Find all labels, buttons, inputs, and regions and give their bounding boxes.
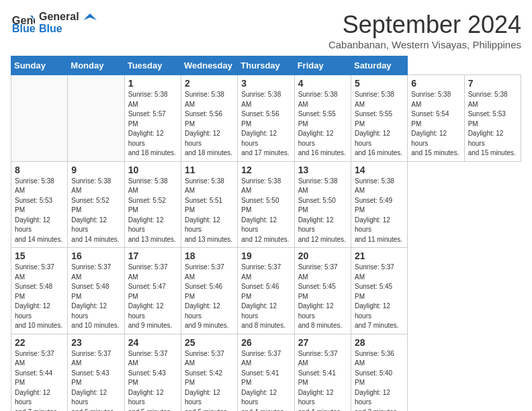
header-wednesday: Wednesday [181,56,237,75]
logo: General Blue General Blue [11,11,97,35]
day-number: 14 [355,165,404,175]
day-number: 18 [185,250,234,261]
logo-bird-icon [83,13,97,27]
day-detail: Sunrise: 5:37 AMSunset: 5:46 PMDaylight:… [185,263,234,331]
day-detail: Sunrise: 5:38 AMSunset: 5:55 PMDaylight:… [355,90,404,158]
day-detail: Sunrise: 5:38 AMSunset: 5:50 PMDaylight:… [241,177,290,245]
table-row: 27Sunrise: 5:37 AMSunset: 5:41 PMDayligh… [294,334,351,411]
day-number: 1 [128,78,177,89]
day-number: 13 [298,165,347,175]
table-row: 8Sunrise: 5:38 AMSunset: 5:53 PMDaylight… [11,161,68,248]
day-detail: Sunrise: 5:38 AMSunset: 5:53 PMDaylight:… [468,90,517,158]
day-detail: Sunrise: 5:37 AMSunset: 5:43 PMDaylight:… [128,349,177,412]
day-number: 4 [298,78,347,89]
day-detail: Sunrise: 5:38 AMSunset: 5:54 PMDaylight:… [411,90,460,158]
day-number: 7 [468,78,517,89]
day-detail: Sunrise: 5:38 AMSunset: 5:52 PMDaylight:… [71,177,120,245]
day-number: 24 [128,337,177,348]
day-number: 9 [71,165,120,175]
day-detail: Sunrise: 5:37 AMSunset: 5:45 PMDaylight:… [355,263,404,331]
day-detail: Sunrise: 5:38 AMSunset: 5:51 PMDaylight:… [185,177,234,245]
header-monday: Monday [68,56,124,75]
table-row: 23Sunrise: 5:37 AMSunset: 5:43 PMDayligh… [68,334,124,411]
table-row: 15Sunrise: 5:37 AMSunset: 5:48 PMDayligh… [11,248,68,334]
header-sunday: Sunday [11,56,68,75]
table-row: 4Sunrise: 5:38 AMSunset: 5:55 PMDaylight… [294,75,351,162]
day-detail: Sunrise: 5:38 AMSunset: 5:49 PMDaylight:… [355,177,404,245]
day-number: 8 [15,165,64,175]
day-number: 5 [355,78,404,89]
day-detail: Sunrise: 5:37 AMSunset: 5:45 PMDaylight:… [298,263,347,331]
table-row: 9Sunrise: 5:38 AMSunset: 5:52 PMDaylight… [68,161,124,248]
table-row [68,75,124,162]
table-row: 21Sunrise: 5:37 AMSunset: 5:45 PMDayligh… [351,248,407,334]
day-detail: Sunrise: 5:37 AMSunset: 5:41 PMDaylight:… [298,349,347,412]
header-tuesday: Tuesday [124,56,181,75]
header-thursday: Thursday [238,56,294,75]
day-detail: Sunrise: 5:37 AMSunset: 5:48 PMDaylight:… [71,263,120,331]
day-detail: Sunrise: 5:37 AMSunset: 5:48 PMDaylight:… [15,263,64,331]
table-row: 24Sunrise: 5:37 AMSunset: 5:43 PMDayligh… [124,334,181,411]
location-subtitle: Cabanbanan, Western Visayas, Philippines [328,39,521,50]
day-number: 20 [298,250,347,261]
day-detail: Sunrise: 5:38 AMSunset: 5:50 PMDaylight:… [298,177,347,245]
table-row: 26Sunrise: 5:37 AMSunset: 5:41 PMDayligh… [238,334,294,411]
day-number: 27 [298,337,347,348]
day-number: 15 [15,250,64,261]
table-row: 10Sunrise: 5:38 AMSunset: 5:52 PMDayligh… [124,161,181,248]
table-row: 2Sunrise: 5:38 AMSunset: 5:56 PMDaylight… [181,75,237,162]
table-row: 20Sunrise: 5:37 AMSunset: 5:45 PMDayligh… [294,248,351,334]
page-header: General Blue General Blue September 2024… [11,11,521,50]
day-number: 12 [241,165,290,175]
day-detail: Sunrise: 5:38 AMSunset: 5:52 PMDaylight:… [128,177,177,245]
table-row: 3Sunrise: 5:38 AMSunset: 5:56 PMDaylight… [238,75,294,162]
logo-icon: General Blue [11,11,35,35]
day-detail: Sunrise: 5:38 AMSunset: 5:53 PMDaylight:… [15,177,64,245]
calendar-week-1: 1Sunrise: 5:38 AMSunset: 5:57 PMDaylight… [11,75,521,162]
header-friday: Friday [294,56,351,75]
day-number: 10 [128,165,177,175]
calendar-week-4: 22Sunrise: 5:37 AMSunset: 5:44 PMDayligh… [11,334,521,411]
day-number: 19 [241,250,290,261]
day-detail: Sunrise: 5:37 AMSunset: 5:43 PMDaylight:… [71,349,120,412]
day-detail: Sunrise: 5:37 AMSunset: 5:46 PMDaylight:… [241,263,290,331]
calendar-week-2: 8Sunrise: 5:38 AMSunset: 5:53 PMDaylight… [11,161,521,248]
day-number: 21 [355,250,404,261]
table-row: 19Sunrise: 5:37 AMSunset: 5:46 PMDayligh… [238,248,294,334]
table-row: 25Sunrise: 5:37 AMSunset: 5:42 PMDayligh… [181,334,237,411]
logo-line2: Blue [39,23,79,35]
day-number: 25 [185,337,234,348]
day-detail: Sunrise: 5:38 AMSunset: 5:56 PMDaylight:… [185,90,234,158]
table-row: 17Sunrise: 5:37 AMSunset: 5:47 PMDayligh… [124,248,181,334]
day-number: 23 [71,337,120,348]
day-detail: Sunrise: 5:37 AMSunset: 5:47 PMDaylight:… [128,263,177,331]
day-number: 2 [185,78,234,89]
table-row: 14Sunrise: 5:38 AMSunset: 5:49 PMDayligh… [351,161,407,248]
day-number: 3 [241,78,290,89]
month-year-title: September 2024 [328,11,521,39]
svg-marker-3 [83,13,97,20]
day-number: 26 [241,337,290,348]
title-block: September 2024 Cabanbanan, Western Visay… [328,11,521,50]
day-detail: Sunrise: 5:37 AMSunset: 5:42 PMDaylight:… [185,349,234,412]
day-number: 17 [128,250,177,261]
svg-text:Blue: Blue [12,22,35,34]
table-row: 1Sunrise: 5:38 AMSunset: 5:57 PMDaylight… [124,75,181,162]
day-number: 22 [15,337,64,348]
table-row: 11Sunrise: 5:38 AMSunset: 5:51 PMDayligh… [181,161,237,248]
table-row: 28Sunrise: 5:36 AMSunset: 5:40 PMDayligh… [351,334,407,411]
table-row: 7Sunrise: 5:38 AMSunset: 5:53 PMDaylight… [464,75,521,162]
day-detail: Sunrise: 5:38 AMSunset: 5:57 PMDaylight:… [128,90,177,158]
table-row: 18Sunrise: 5:37 AMSunset: 5:46 PMDayligh… [181,248,237,334]
table-row: 16Sunrise: 5:37 AMSunset: 5:48 PMDayligh… [68,248,124,334]
table-row: 5Sunrise: 5:38 AMSunset: 5:55 PMDaylight… [351,75,407,162]
day-number: 28 [355,337,404,348]
day-detail: Sunrise: 5:36 AMSunset: 5:40 PMDaylight:… [355,349,404,412]
day-detail: Sunrise: 5:37 AMSunset: 5:44 PMDaylight:… [15,349,64,412]
calendar-table: Sunday Monday Tuesday Wednesday Thursday… [11,56,521,411]
header-row: Sunday Monday Tuesday Wednesday Thursday… [11,56,521,75]
table-row: 13Sunrise: 5:38 AMSunset: 5:50 PMDayligh… [294,161,351,248]
day-number: 16 [71,250,120,261]
table-row [11,75,68,162]
day-detail: Sunrise: 5:38 AMSunset: 5:55 PMDaylight:… [298,90,347,158]
